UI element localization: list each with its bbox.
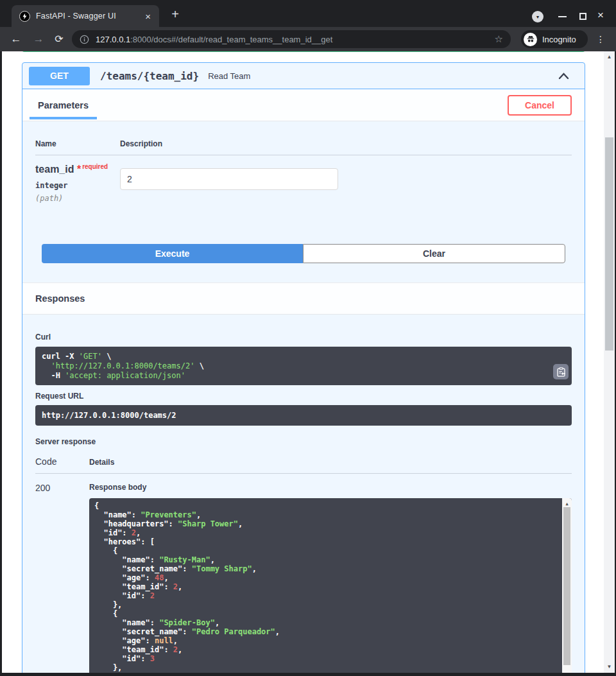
parameter-type: integer [35, 181, 120, 190]
execute-row: Execute Clear [42, 244, 565, 263]
new-tab-button[interactable]: + [167, 7, 184, 22]
response-details: Response body { "name": "Preventers", "h… [89, 483, 572, 673]
responses-header: Responses [22, 282, 585, 315]
maximize-button[interactable] [579, 13, 586, 20]
tab-close-icon[interactable]: × [142, 12, 154, 21]
parameters-section: Name Description team_id *required integ… [22, 121, 585, 282]
name-column-header: Name [35, 139, 120, 148]
browser-menu-button[interactable]: ⋮ [596, 33, 605, 45]
responses-section: Curl curl -X 'GET' \ 'http://127.0.0.1:8… [22, 315, 585, 673]
description-column-header: Description [120, 139, 162, 148]
url-host: 127.0.0.1 [96, 35, 130, 44]
response-body-scrollbar[interactable]: ▲ ▼ [562, 498, 572, 673]
parameters-header: Parameters Cancel [22, 89, 585, 121]
browser-tab[interactable]: FastAPI - Swagger UI × [12, 5, 159, 27]
endpoint-summary: Read Team [208, 71, 250, 81]
scrollbar-thumb[interactable] [605, 137, 613, 351]
page-scrollbar[interactable]: ▲ ▼ [604, 51, 615, 673]
window-close-button[interactable]: × [597, 10, 604, 21]
swagger-page: GET /teams/{team_id} Read Team Parameter… [2, 51, 604, 673]
curl-label: Curl [35, 333, 572, 342]
forward-button[interactable]: → [31, 32, 46, 46]
parameter-name: team_id *required [35, 163, 120, 175]
browser-toolbar: ← → ⟳ 127.0.0.1:8000/docs#/default/read_… [0, 27, 616, 51]
parameter-row: team_id *required integer (path) [35, 155, 572, 203]
parameter-location: (path) [35, 194, 120, 203]
tab-parameters[interactable]: Parameters [35, 89, 91, 121]
tab-title: FastAPI - Swagger UI [36, 12, 142, 21]
execute-button[interactable]: Execute [42, 244, 303, 263]
team-id-input[interactable] [120, 168, 338, 190]
copy-to-clipboard-button[interactable] [553, 364, 569, 379]
request-url-value: http://127.0.0.1:8000/teams/2 [35, 405, 572, 426]
responses-title: Responses [35, 293, 85, 304]
opblock-summary[interactable]: GET /teams/{team_id} Read Team [22, 63, 585, 89]
minimize-button[interactable] [558, 16, 567, 17]
required-star: * [77, 164, 81, 175]
fastapi-favicon-icon [19, 11, 30, 22]
chrome-menu-arrow-icon[interactable]: ▼ [532, 11, 543, 22]
response-row: 200 Response body { "name": "Preventers"… [35, 474, 572, 673]
request-url-label: Request URL [35, 392, 572, 401]
scrollbar-thumb[interactable] [563, 507, 570, 665]
server-response-label: Server response [35, 437, 572, 446]
code-column-header: Code [35, 456, 89, 467]
incognito-label: Incognito [542, 35, 576, 44]
scroll-down-icon[interactable]: ▼ [604, 664, 615, 670]
response-json: { "name": "Preventers", "headquarters": … [94, 501, 556, 673]
incognito-badge: Incognito [521, 30, 588, 48]
back-button[interactable]: ← [8, 32, 24, 46]
site-info-icon[interactable] [80, 35, 89, 44]
response-body-block: { "name": "Preventers", "headquarters": … [89, 498, 572, 673]
address-bar[interactable]: 127.0.0.1:8000/docs#/default/read_team_t… [72, 30, 511, 48]
cancel-button[interactable]: Cancel [508, 95, 572, 116]
url-path: :8000/docs#/default/read_team_teams__tea… [130, 35, 332, 44]
endpoint-path: /teams/{team_id} [100, 70, 199, 82]
tab-strip: FastAPI - Swagger UI × + ▼ × [0, 0, 616, 27]
status-code: 200 [35, 483, 89, 673]
parameter-value-cell [120, 163, 338, 203]
bookmark-star-icon[interactable]: ☆ [490, 33, 503, 45]
opblock-get-read-team: GET /teams/{team_id} Read Team Parameter… [22, 62, 585, 673]
url-text[interactable]: 127.0.0.1:8000/docs#/default/read_team_t… [96, 35, 490, 44]
response-body-label: Response body [89, 483, 572, 492]
clear-button[interactable]: Clear [303, 244, 565, 263]
details-column-header: Details [89, 456, 114, 467]
previous-opblock-bottom-edge [22, 51, 585, 52]
incognito-icon [524, 33, 537, 46]
required-label: required [82, 163, 108, 170]
parameters-table-header: Name Description [35, 139, 572, 155]
browser-window: FastAPI - Swagger UI × + ▼ × ← → ⟳ 127.0… [0, 0, 616, 676]
reload-button[interactable]: ⟳ [51, 32, 67, 46]
scroll-up-icon[interactable]: ▲ [604, 54, 615, 60]
parameter-meta: team_id *required integer (path) [35, 163, 120, 203]
collapse-chevron-icon[interactable] [558, 73, 569, 80]
response-table-header: Code Details [35, 456, 572, 474]
method-badge: GET [29, 67, 90, 85]
curl-code: curl -X 'GET' \ 'http://127.0.0.1:8000/t… [35, 347, 572, 385]
